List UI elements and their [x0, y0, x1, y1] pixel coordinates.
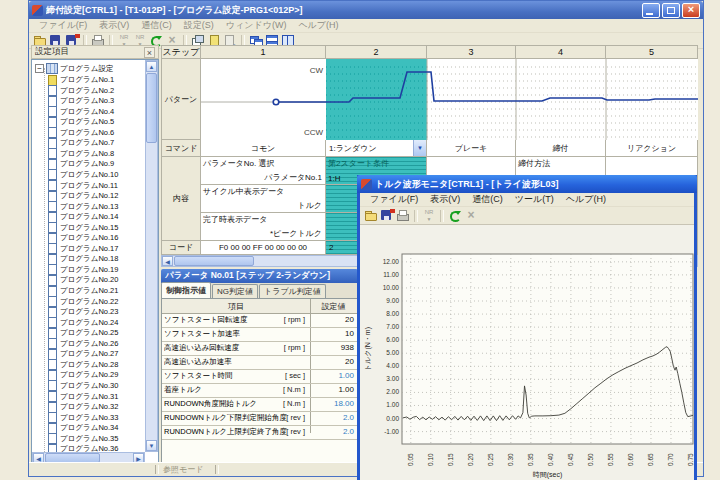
collapse-icon[interactable]: −	[35, 64, 44, 73]
scroll-left-icon[interactable]: ◀	[162, 256, 173, 266]
scroll-down-icon[interactable]: ▼	[146, 440, 157, 451]
tree-item-program-3[interactable]: プログラムNo.3	[48, 96, 114, 107]
tree-guide-line	[44, 68, 45, 452]
step-column-1[interactable]: 1	[201, 45, 326, 59]
main-menu-item[interactable]: 表示(V)	[93, 19, 135, 32]
tree-item-program-34[interactable]: プログラムNo.34	[48, 423, 118, 434]
tree-vscroll-thumb[interactable]	[146, 73, 157, 143]
tree-item-program-17[interactable]: プログラムNo.17	[48, 243, 118, 254]
torque-menu-item[interactable]: ファイル(F)	[364, 193, 424, 206]
main-menu-item[interactable]: ウィンドウ(W)	[220, 19, 293, 32]
parameter-value[interactable]: 1.00	[338, 369, 354, 383]
step-column-5[interactable]: 5	[606, 45, 698, 59]
tree-item-program-7[interactable]: プログラムNo.7	[48, 138, 114, 149]
tree-item-program-16[interactable]: プログラムNo.16	[48, 233, 118, 244]
parameter-value[interactable]: 2.0	[343, 425, 354, 439]
tree-item-program-6[interactable]: プログラムNo.6	[48, 127, 114, 138]
tree-item-program-4[interactable]: プログラムNo.4	[48, 106, 114, 117]
main-menu-item[interactable]: 通信(C)	[135, 19, 178, 32]
step-column-3[interactable]: 3	[427, 45, 516, 59]
tree-item-program-27[interactable]: プログラムNo.27	[48, 349, 118, 360]
tree-item-program-25[interactable]: プログラムNo.25	[48, 328, 118, 339]
content-r3c1[interactable]: 完了時表示データ *ピークトルク	[201, 213, 326, 241]
command-cell-4[interactable]: 締付	[516, 140, 606, 157]
parameter-value[interactable]: 938	[341, 341, 354, 355]
tree-root[interactable]: − プログラム設定	[35, 63, 113, 74]
torque-titlebar[interactable]: トルク波形モニタ[CTRL1] - [トライ波形L03]	[357, 175, 697, 193]
tree-item-program-2[interactable]: プログラムNo.2	[48, 85, 114, 96]
tree-item-program-13[interactable]: プログラムNo.13	[48, 201, 118, 212]
command-cell-3[interactable]: ブレーキ	[427, 140, 516, 157]
minimize-icon[interactable]	[642, 3, 660, 18]
tree-item-program-18[interactable]: プログラムNo.18	[48, 254, 118, 265]
tab-1[interactable]: 制御指示値	[161, 282, 211, 298]
tab-3[interactable]: トラブル判定値	[259, 284, 326, 298]
tree-item-program-31[interactable]: プログラムNo.31	[48, 391, 118, 402]
main-menu-item[interactable]: ファイル(F)	[33, 19, 93, 32]
print-icon[interactable]	[396, 209, 410, 222]
tree-item-program-22[interactable]: プログラムNo.22	[48, 296, 118, 307]
parameter-row: RUNDOWN角度開始トルク[ N.m ]18.00	[162, 397, 357, 412]
delete-icon[interactable]	[464, 209, 478, 222]
command-cell-2[interactable]: 1:ランダウン ▼	[326, 140, 427, 157]
tree-item-program-30[interactable]: プログラムNo.30	[48, 380, 118, 391]
main-menu-item[interactable]: ヘルプ(H)	[292, 19, 344, 32]
main-titlebar[interactable]: 締付設定[CTRL1] - [T1-012P] - [プログラム設定-PRG1<…	[29, 1, 703, 19]
grid-hscroll-thumb[interactable]	[174, 256, 254, 266]
sidebar-close-icon[interactable]: ×	[144, 47, 155, 58]
tree-item-program-26[interactable]: プログラムNo.26	[48, 338, 118, 349]
tree-item-program-24[interactable]: プログラムNo.24	[48, 317, 118, 328]
tree-item-program-10[interactable]: プログラムNo.10	[48, 169, 118, 180]
tree-item-program-35[interactable]: プログラムNo.35	[48, 433, 118, 444]
torque-menu-item[interactable]: 通信(C)	[466, 193, 509, 206]
parameter-value[interactable]: 20	[345, 355, 354, 369]
tree-item-program-19[interactable]: プログラムNo.19	[48, 264, 118, 275]
code-cell-1[interactable]: F0 00 00 FF 00 00 00 00	[201, 241, 326, 255]
svg-text:0.15: 0.15	[447, 453, 454, 466]
tree-item-program-12[interactable]: プログラムNo.12	[48, 191, 118, 202]
tree-item-program-5[interactable]: プログラムNo.5	[48, 117, 114, 128]
content-r2c1[interactable]: サイクル中表示データ トルク	[201, 185, 326, 213]
torque-menu-item[interactable]: ヘルプ(H)	[560, 193, 612, 206]
scroll-up-icon[interactable]: ▲	[146, 61, 157, 72]
tree-item-program-33[interactable]: プログラムNo.33	[48, 412, 118, 423]
parameter-value[interactable]: 1.00	[338, 383, 354, 397]
parameter-value[interactable]: 18.00	[334, 397, 354, 411]
torque-menu-item[interactable]: 表示(V)	[424, 193, 466, 206]
refresh-icon[interactable]	[448, 209, 462, 222]
command-cell-5[interactable]: リアクション	[606, 140, 698, 157]
tree-item-program-32[interactable]: プログラムNo.32	[48, 402, 118, 413]
tree-item-program-28[interactable]: プログラムNo.28	[48, 359, 118, 370]
chevron-down-icon[interactable]: ▼	[413, 140, 426, 156]
step-column-2[interactable]: 2	[326, 45, 427, 59]
tree-item-program-11[interactable]: プログラムNo.11	[48, 180, 118, 191]
torque-menu-item[interactable]: ツール(T)	[509, 193, 560, 206]
tab-2[interactable]: NG判定値	[212, 284, 258, 298]
save-as-icon[interactable]	[380, 209, 394, 222]
content-r1c1[interactable]: パラメータNo. 選択 パラメータNo.1	[201, 157, 326, 185]
tree-vscrollbar[interactable]: ▲ ▼	[145, 60, 158, 452]
program-file-icon	[48, 423, 57, 434]
tree-item-program-8[interactable]: プログラムNo.8	[48, 148, 114, 159]
parameter-value[interactable]: 2.0	[343, 411, 354, 425]
svg-text:0.75: 0.75	[687, 453, 694, 466]
tree-item-program-1[interactable]: プログラムNo.1	[48, 75, 114, 86]
restore-icon[interactable]	[662, 3, 680, 18]
main-menu-item[interactable]: 設定(S)	[178, 19, 220, 32]
step-column-4[interactable]: 4	[516, 45, 606, 59]
open-icon[interactable]	[364, 209, 378, 222]
tree-item-program-29[interactable]: プログラムNo.29	[48, 370, 118, 381]
tree-item-program-23[interactable]: プログラムNo.23	[48, 307, 118, 318]
parameter-value[interactable]: 10	[345, 327, 354, 341]
nr-icon[interactable]	[422, 209, 436, 222]
tree-item-label: プログラムNo.22	[60, 297, 118, 307]
program-file-icon	[48, 349, 57, 360]
tree-item-program-14[interactable]: プログラムNo.14	[48, 212, 118, 223]
parameter-value[interactable]: 20	[345, 313, 354, 327]
tree-item-program-15[interactable]: プログラムNo.15	[48, 222, 118, 233]
command-cell-1[interactable]: コモン	[201, 140, 326, 157]
close-icon[interactable]	[682, 3, 700, 18]
tree-item-program-9[interactable]: プログラムNo.9	[48, 159, 114, 170]
tree-item-program-21[interactable]: プログラムNo.21	[48, 286, 118, 297]
tree-item-program-20[interactable]: プログラムNo.20	[48, 275, 118, 286]
